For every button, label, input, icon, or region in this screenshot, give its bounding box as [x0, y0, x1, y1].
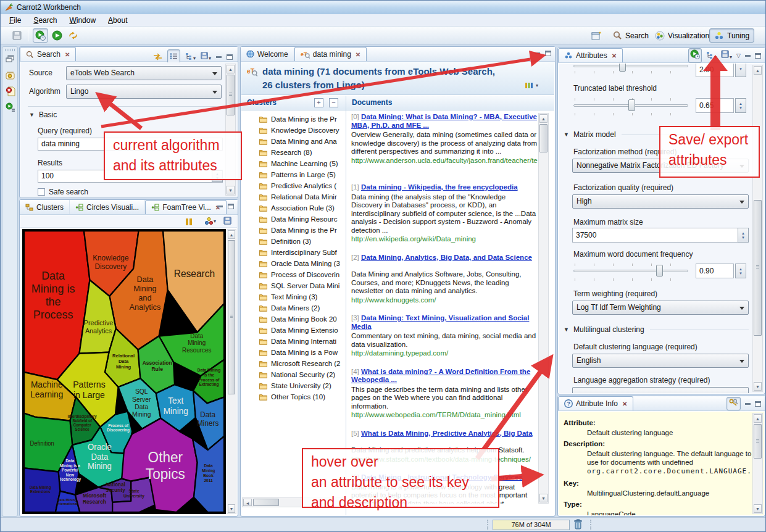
- maximize-icon[interactable]: [755, 53, 761, 59]
- cluster-item[interactable]: National Security (2): [259, 369, 346, 380]
- collapse-all-icon[interactable]: −: [329, 98, 338, 107]
- close-icon[interactable]: ✕: [622, 401, 627, 407]
- visualization-options-button[interactable]: ▾: [204, 217, 216, 226]
- cluster-item[interactable]: State University (2): [259, 380, 346, 391]
- document-title-link[interactable]: What is data mining? - A Word Definition…: [351, 368, 530, 384]
- truncated-spinner-input[interactable]: 0.65: [696, 98, 734, 113]
- top-spinner-input[interactable]: 2.00: [696, 64, 734, 77]
- minimize-icon[interactable]: [535, 52, 540, 54]
- minimize-icon[interactable]: [745, 403, 751, 405]
- view-menu-icon[interactable]: ▽: [736, 52, 741, 59]
- tab-circles-visualization[interactable]: Circles Visuali...: [70, 200, 145, 214]
- foamtree-canvas[interactable]: DataMining istheProcessKnowledgeDiscover…: [22, 229, 226, 514]
- visualization-perspective-button[interactable]: Visualization: [651, 28, 714, 43]
- term-weighting-combo[interactable]: Log Tf Idf Term Weighting: [572, 301, 749, 315]
- menu-file[interactable]: File: [4, 15, 26, 25]
- fast-view-errors-button[interactable]: [6, 86, 15, 99]
- cluster-item[interactable]: Text Mining (3): [259, 291, 346, 302]
- safe-search-checkbox[interactable]: [38, 188, 45, 196]
- foamtree-scrollbar[interactable]: ▲ ▼: [227, 229, 236, 514]
- cluster-item[interactable]: Data Mining is a Pow: [259, 347, 346, 358]
- search-perspective-button[interactable]: Search: [609, 28, 653, 43]
- tab-search[interactable]: Search ✕: [20, 47, 76, 61]
- cluster-item[interactable]: Data Mining is the Pr: [259, 114, 346, 125]
- fast-view-search-button[interactable]: [6, 70, 15, 83]
- pause-animation-button[interactable]: [185, 217, 193, 228]
- document-title-link[interactable]: Data Mining: Text Mining, Visualization …: [351, 314, 529, 330]
- close-icon[interactable]: ✕: [65, 51, 70, 58]
- maximize-icon[interactable]: [545, 51, 551, 56]
- top-slider-track[interactable]: [573, 65, 688, 67]
- cluster-item[interactable]: Patterns in Large (5): [259, 169, 346, 180]
- cluster-item[interactable]: Interdisciplinary Subf: [259, 247, 346, 258]
- cluster-item[interactable]: Oracle Data Mining (3: [259, 258, 346, 269]
- open-perspective-button[interactable]: [589, 28, 605, 43]
- section-basic[interactable]: ▼Basic: [29, 110, 225, 119]
- cluster-item[interactable]: Knowledge Discovery: [259, 125, 346, 136]
- tab-welcome[interactable]: Welcome: [241, 47, 294, 61]
- cluster-item[interactable]: Other Topics (10): [259, 391, 346, 402]
- save-attributes-button[interactable]: ▾: [721, 50, 732, 61]
- maximize-icon[interactable]: [227, 54, 233, 60]
- cluster-item[interactable]: Data Mining Book 20: [259, 314, 346, 325]
- max-word-slider-track[interactable]: [573, 270, 688, 272]
- documents-scrollbar[interactable]: ▲ ▼: [538, 113, 549, 504]
- refresh-button[interactable]: [66, 28, 80, 43]
- run-button[interactable]: [50, 28, 64, 43]
- language-aggregation-combo[interactable]: [572, 387, 749, 393]
- close-icon[interactable]: ✕: [612, 52, 617, 59]
- algorithm-combo[interactable]: Lingo: [66, 85, 222, 99]
- live-update-toggle[interactable]: [688, 48, 702, 63]
- cluster-item[interactable]: Data Mining and Ana: [259, 136, 346, 147]
- tab-foamtree-visualization[interactable]: FoamTree Vi... ✕: [145, 200, 227, 214]
- save-toolbar-button[interactable]: [8, 28, 27, 43]
- truncated-spinner-arrows[interactable]: ▲▼: [735, 98, 746, 113]
- show-keys-toggle[interactable]: [726, 397, 741, 410]
- tree-layout-button[interactable]: ▾: [185, 51, 196, 62]
- cluster-item[interactable]: Machine Learning (5): [259, 158, 346, 169]
- cluster-item[interactable]: Data Miners (2): [259, 302, 346, 314]
- tuning-perspective-button[interactable]: Tuning: [709, 28, 754, 43]
- minimize-icon[interactable]: [217, 206, 223, 207]
- truncated-slider-thumb[interactable]: [628, 99, 635, 111]
- attributes-tree-button[interactable]: ▾: [706, 50, 717, 61]
- menu-search[interactable]: Search: [28, 15, 62, 25]
- document-title-link[interactable]: What is Data Mining, Predictive Analytic…: [361, 430, 533, 437]
- menu-window[interactable]: Window: [64, 15, 101, 25]
- cluster-item[interactable]: Process of Discoverin: [259, 269, 346, 280]
- expand-all-icon[interactable]: +: [314, 98, 323, 107]
- cluster-item[interactable]: Relational Data Minir: [259, 191, 346, 202]
- restore-view-button[interactable]: [6, 54, 15, 65]
- close-icon[interactable]: ✕: [356, 51, 360, 58]
- factorization-quality-combo[interactable]: High: [572, 194, 749, 209]
- cluster-item[interactable]: Data Mining Extensio: [259, 325, 346, 336]
- attribute-info-scrollbar[interactable]: ▲ ▼: [752, 413, 763, 514]
- max-matrix-size-input[interactable]: 37500: [572, 228, 749, 243]
- max-word-spinner-input[interactable]: 0.90: [696, 264, 734, 278]
- cluster-item[interactable]: Definition (3): [259, 236, 346, 247]
- source-combo[interactable]: eTools Web Search: [66, 66, 222, 80]
- top-spinner-arrows[interactable]: ▼: [735, 64, 746, 77]
- default-language-combo[interactable]: English: [572, 354, 749, 368]
- max-matrix-spinner[interactable]: ▲▼: [738, 228, 749, 243]
- max-word-spinner-arrows[interactable]: ▲▼: [735, 264, 746, 278]
- cluster-item[interactable]: Predictive Analytics (: [259, 180, 346, 191]
- swap-source-icon[interactable]: [153, 52, 162, 61]
- fast-view-handle[interactable]: [5, 49, 15, 51]
- minimize-icon[interactable]: [745, 55, 751, 57]
- tab-attributes[interactable]: Attributes ✕: [558, 48, 623, 62]
- section-multilingual[interactable]: ▼Multilingual clustering: [564, 325, 749, 334]
- tab-clusters-view[interactable]: Clusters: [20, 200, 70, 214]
- run-process-button[interactable]: [33, 28, 48, 43]
- save-search-button[interactable]: ▾: [201, 51, 211, 62]
- cluster-item[interactable]: Data Mining is the Pr: [259, 225, 346, 236]
- maximize-icon[interactable]: [755, 401, 761, 407]
- fast-view-processes-button[interactable]: [6, 102, 15, 115]
- minimize-icon[interactable]: [216, 56, 222, 58]
- tab-attribute-info[interactable]: ? Attribute Info ✕: [558, 396, 633, 410]
- tab-data-mining[interactable]: eT data mining ✕: [294, 47, 367, 61]
- layout-selector-button[interactable]: ▾: [525, 82, 538, 89]
- max-word-slider-thumb[interactable]: [656, 265, 663, 276]
- document-title-link[interactable]: Data mining - Wikipedia, the free encycl…: [361, 183, 518, 191]
- cluster-item[interactable]: Data Mining Resourc: [259, 214, 346, 225]
